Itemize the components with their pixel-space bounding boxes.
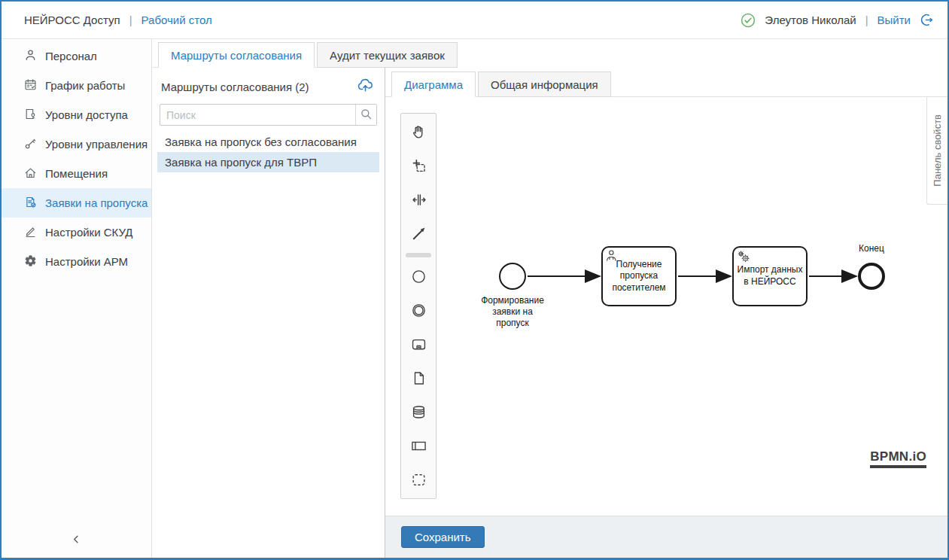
sidebar-item-label: Заявки на пропуска	[45, 196, 148, 209]
logout-link[interactable]: Выйти	[878, 14, 911, 26]
home-icon	[24, 166, 37, 181]
sidebar-item-access-levels[interactable]: Уровни доступа	[2, 100, 151, 129]
main-area: Диаграмма Общая информация Панель свойст…	[385, 67, 947, 558]
sidebar-item-label: Помещения	[45, 167, 108, 180]
tab-diagram[interactable]: Диаграмма	[391, 72, 476, 97]
sidebar-item-premises[interactable]: Помещения	[2, 159, 151, 188]
module-tab-bar: Маршруты согласования Аудит текущих заяв…	[152, 39, 947, 68]
check-circle-icon	[741, 13, 756, 28]
list-item[interactable]: Заявка на пропуск для ТВРП	[157, 152, 379, 172]
desktop-link[interactable]: Рабочий стол	[141, 14, 212, 26]
sidebar-item-label: График работы	[45, 79, 125, 92]
logout-icon[interactable]	[920, 13, 934, 27]
user-task-icon	[606, 250, 618, 265]
diagram-tab-bar: Диаграмма Общая информация	[385, 67, 947, 97]
pass-request-icon	[24, 196, 37, 211]
sidebar-item-label: Настройки АРМ	[45, 255, 128, 268]
top-header: НЕЙРОСС Доступ | Рабочий стол Элеутов Ни…	[2, 2, 947, 39]
access-card-icon	[24, 108, 37, 123]
person-icon	[24, 49, 37, 64]
tab-current-requests-audit[interactable]: Аудит текущих заявок	[317, 42, 458, 68]
sidebar-nav: Персонал График работы	[2, 41, 151, 276]
sidebar-item-workstation-settings[interactable]: Настройки АРМ	[2, 247, 151, 276]
calendar-icon	[24, 78, 37, 93]
end-event-label: Конец	[834, 243, 909, 254]
sidebar-collapse-button[interactable]	[2, 523, 151, 558]
magnifier-icon	[360, 108, 373, 123]
service-task-icon	[737, 250, 750, 267]
sidebar-item-label: Уровни доступа	[45, 108, 128, 121]
bpmn-canvas[interactable]: Панель свойств	[385, 96, 947, 516]
header-right: Элеутов Николай | Выйти	[741, 13, 934, 28]
routes-list: Заявка на пропуск без согласования Заявк…	[157, 132, 379, 172]
sidebar-item-acs-settings[interactable]: Настройки СКУД	[2, 218, 151, 247]
header-left: НЕЙРОСС Доступ | Рабочий стол	[24, 14, 212, 26]
sidebar-item-control-levels[interactable]: Уровни управления	[2, 129, 151, 159]
sidebar-item-personnel[interactable]: Персонал	[2, 41, 151, 71]
tab-general-info[interactable]: Общая информация	[478, 72, 611, 97]
bpmn-io-logo[interactable]: BPMN.iO	[870, 449, 926, 468]
panels-row: Маршруты согласования (2)	[152, 67, 947, 558]
sidebar-item-label: Настройки СКУД	[45, 226, 132, 239]
task-label: Импорт данных в НЕЙРОСС	[736, 264, 804, 288]
gear-icon	[24, 254, 37, 269]
list-item[interactable]: Заявка на пропуск без согласования	[157, 132, 379, 152]
start-event-label: Формирование заявки на пропуск	[476, 295, 549, 329]
footer-bar: Сохранить	[385, 516, 947, 558]
key-icon	[24, 137, 37, 152]
sidebar-item-label: Уровни управления	[45, 138, 148, 151]
app-title: НЕЙРОСС Доступ	[24, 14, 120, 26]
pencil-icon	[24, 225, 37, 240]
upload-route-button[interactable]	[357, 77, 374, 96]
routes-search	[160, 104, 377, 126]
content-area: Маршруты согласования Аудит текущих заяв…	[152, 39, 947, 558]
start-event-shape[interactable]	[499, 263, 526, 290]
routes-panel-title: Маршруты согласования (2)	[161, 81, 309, 93]
search-input[interactable]	[160, 105, 355, 125]
save-button[interactable]: Сохранить	[401, 526, 485, 548]
routes-panel: Маршруты согласования (2)	[152, 67, 385, 558]
user-name: Элеутов Николай	[765, 14, 856, 26]
sidebar-item-pass-requests[interactable]: Заявки на пропуска	[2, 188, 151, 218]
header-divider-2: |	[865, 14, 868, 26]
tab-approval-routes[interactable]: Маршруты согласования	[158, 42, 315, 68]
user-task-shape[interactable]: Получение пропуска посетителем	[601, 246, 677, 306]
sidebar: Персонал График работы	[2, 39, 152, 558]
end-event-shape[interactable]	[858, 263, 885, 290]
cloud-upload-icon	[357, 77, 374, 96]
search-button[interactable]	[355, 105, 376, 125]
header-divider: |	[129, 14, 132, 26]
sidebar-item-work-schedule[interactable]: График работы	[2, 71, 151, 100]
chevron-left-icon	[71, 534, 82, 548]
app-window: НЕЙРОСС Доступ | Рабочий стол Элеутов Ни…	[0, 0, 949, 560]
service-task-shape[interactable]: Импорт данных в НЕЙРОСС	[732, 246, 808, 306]
app-body: Персонал График работы	[2, 39, 947, 558]
sidebar-item-label: Персонал	[45, 50, 97, 62]
routes-panel-header: Маршруты согласования (2)	[160, 75, 377, 96]
